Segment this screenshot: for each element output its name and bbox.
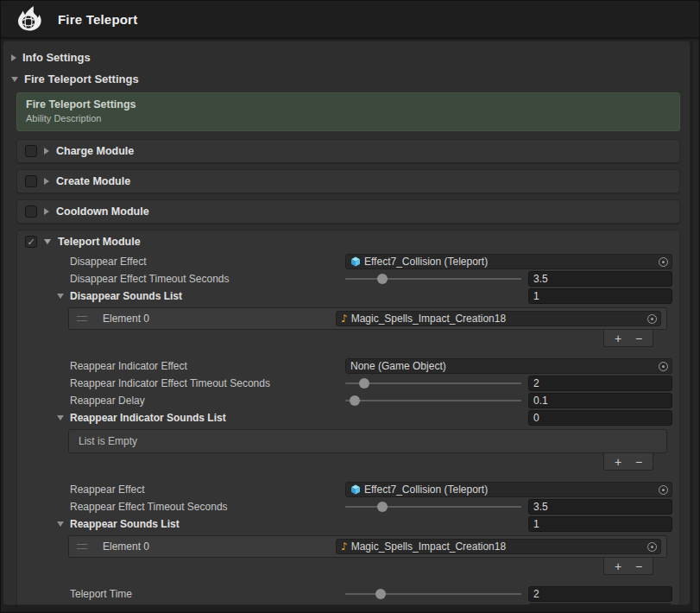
reappear-indicator-sounds-list-box: List is Empty (68, 429, 667, 453)
remove-element-button[interactable]: − (632, 332, 646, 344)
reappear-indicator-sounds-list-header[interactable]: Reappear Indicator Sounds List (17, 409, 679, 427)
foldout-fire-teleport-settings[interactable]: Fire Teleport Settings (8, 68, 685, 90)
chevron-right-icon (44, 148, 49, 155)
object-picker-icon[interactable] (659, 257, 668, 267)
cooldown-module-checkbox[interactable] (25, 205, 37, 218)
teleport-module-box: ✓ Teleport Module Disappear Effect E (16, 230, 680, 605)
reappear-delay-slider[interactable] (345, 392, 521, 409)
element-label: Element 0 (103, 313, 336, 325)
slider-knob[interactable] (359, 378, 369, 389)
reappear-sounds-count-input[interactable] (528, 516, 672, 532)
slider-knob[interactable] (375, 589, 386, 599)
disappear-sounds-list-box: Element 0 ♪ Magic_Spells_Impact_Creation… (68, 307, 667, 330)
reappear-effect-row: Reappear Effect Effect7_Collision (Telep… (17, 481, 679, 498)
disappear-sounds-list-footer: + − (17, 330, 679, 347)
disappear-timeout-slider[interactable] (345, 270, 521, 288)
charge-module-checkbox[interactable] (25, 145, 37, 157)
prefab-cube-icon (350, 256, 361, 267)
add-element-button[interactable]: + (611, 332, 625, 344)
module-label: Charge Module (56, 145, 134, 157)
teleport-module-checkbox[interactable]: ✓ (25, 236, 37, 248)
slider-track (345, 593, 521, 595)
chevron-down-icon (57, 294, 64, 299)
reappear-delay-input[interactable] (528, 393, 672, 408)
add-element-button[interactable]: + (611, 560, 625, 572)
create-module-checkbox[interactable] (25, 175, 37, 187)
reappear-timeout-slider[interactable] (345, 498, 521, 515)
slider-knob[interactable] (377, 274, 388, 284)
object-picker-icon[interactable] (647, 542, 657, 552)
disappear-timeout-input[interactable] (528, 271, 672, 287)
teleport-module-header[interactable]: ✓ Teleport Module (17, 231, 679, 253)
list-element-row[interactable]: Element 0 ♪ Magic_Spells_Impact_Creation… (69, 308, 666, 329)
add-element-button[interactable]: + (611, 456, 625, 468)
cooldown-module-header[interactable]: Cooldown Module (17, 200, 679, 223)
reappear-sounds-list-footer: + − (17, 558, 679, 575)
chevron-right-icon (44, 178, 49, 185)
foldout-info-settings[interactable]: Info Settings (8, 47, 685, 68)
teleport-radius-input[interactable] (528, 604, 672, 605)
list-empty-label: List is Empty (69, 430, 666, 452)
object-field-value: Magic_Spells_Impact_Creation18 (351, 540, 642, 553)
disappear-sounds-list-header[interactable]: Disappear Sounds List (17, 288, 679, 305)
drag-handle-icon[interactable] (77, 316, 87, 321)
disappear-effect-row: Disappear Effect Effect7_Collision (Tele… (17, 253, 679, 270)
reappear-indicator-effect-object-field[interactable]: None (Game Object) (345, 358, 672, 374)
scrollbar[interactable] (691, 41, 699, 612)
module-label: Cooldown Module (56, 205, 149, 218)
teleport-radius-row: Teleport Radius (17, 603, 679, 605)
create-module-box: Create Module (16, 169, 680, 193)
reappear-timeout-input[interactable] (528, 499, 672, 515)
field-label: Reappear Indicator Effect (70, 360, 345, 372)
reappear-indicator-timeout-slider[interactable] (345, 375, 521, 392)
teleport-radius-slider[interactable] (345, 603, 521, 605)
chevron-down-icon (57, 415, 64, 420)
create-module-header[interactable]: Create Module (17, 170, 679, 193)
object-picker-icon[interactable] (659, 362, 668, 371)
foldout-label: Info Settings (22, 51, 91, 64)
description-subtitle: Ability Description (26, 113, 671, 123)
charge-module-box: Charge Module (16, 139, 680, 163)
object-picker-icon[interactable] (647, 314, 657, 324)
list-label: Disappear Sounds List (70, 290, 182, 302)
field-label: Disappear Effect Timeout Seconds (70, 273, 345, 285)
reappear-effect-object-field[interactable]: Effect7_Collision (Teleport) (345, 482, 672, 497)
object-field-value: Effect7_Collision (Teleport) (364, 483, 653, 496)
field-label: Reappear Indicator Effect Timeout Second… (70, 377, 345, 389)
reappear-sounds-list-box: Element 0 ♪ Magic_Spells_Impact_Creation… (68, 535, 667, 558)
teleport-time-input[interactable] (528, 586, 672, 602)
chevron-down-icon (57, 521, 64, 527)
reappear-indicator-sounds-count-input[interactable] (528, 410, 672, 426)
reappear-indicator-timeout-input[interactable] (528, 376, 672, 391)
charge-module-header[interactable]: Charge Module (17, 140, 679, 162)
remove-element-button[interactable]: − (632, 456, 646, 468)
reappear-sound-object-field[interactable]: ♪ Magic_Spells_Impact_Creation18 (336, 539, 661, 554)
chevron-down-icon (11, 77, 18, 82)
teleport-time-row: Teleport Time (17, 585, 679, 603)
reappear-indicator-sounds-list-footer: + − (17, 453, 679, 471)
disappear-sound-object-field[interactable]: ♪ Magic_Spells_Impact_Creation18 (336, 311, 661, 326)
drag-handle-icon[interactable] (77, 544, 87, 549)
slider-knob[interactable] (377, 502, 388, 512)
teleport-time-slider[interactable] (345, 585, 521, 603)
disappear-effect-object-field[interactable]: Effect7_Collision (Teleport) (345, 254, 672, 269)
ability-description-box: Fire Teleport Settings Ability Descripti… (16, 92, 680, 131)
cooldown-module-box: Cooldown Module (16, 199, 680, 224)
reappear-sounds-list-header[interactable]: Reappear Sounds List (17, 515, 679, 533)
module-label: Teleport Module (58, 236, 141, 248)
slider-knob[interactable] (350, 395, 360, 406)
disappear-timeout-row: Disappear Effect Timeout Seconds (17, 270, 679, 288)
checkmark-icon: ✓ (27, 237, 35, 247)
object-field-value: Effect7_Collision (Teleport) (364, 256, 653, 268)
list-element-row[interactable]: Element 0 ♪ Magic_Spells_Impact_Creation… (69, 536, 666, 557)
titlebar: Fire Teleport (1, 1, 699, 39)
remove-element-button[interactable]: − (632, 560, 646, 572)
reappear-timeout-row: Reappear Effect Timeout Seconds (17, 498, 679, 515)
element-label: Element 0 (103, 540, 336, 553)
audio-clip-icon: ♪ (341, 541, 348, 552)
field-label: Disappear Effect (70, 256, 345, 268)
object-picker-icon[interactable] (659, 485, 668, 495)
reappear-delay-row: Reappear Delay (17, 392, 679, 409)
slider-track (345, 400, 521, 401)
disappear-sounds-count-input[interactable] (528, 288, 672, 304)
